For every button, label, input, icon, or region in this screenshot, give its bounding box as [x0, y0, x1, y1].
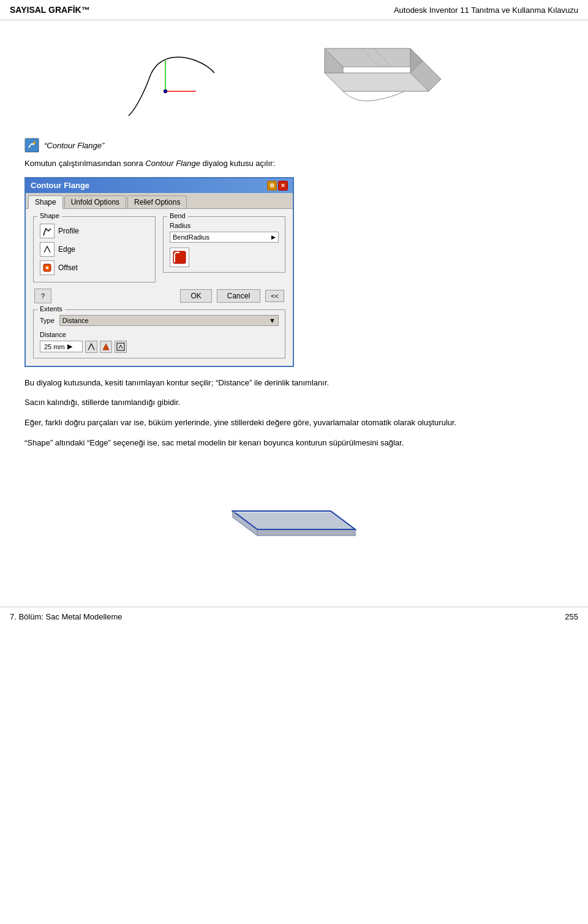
shape-bend-columns: Shape Profile [33, 216, 285, 289]
offset-icon-box [40, 260, 55, 275]
header-brand: SAYISAL GRAFİK™ [10, 5, 90, 15]
shape-section-label: Shape [37, 212, 62, 219]
body-text-3: Eğer, farklı doğru parçaları var ise, bü… [24, 417, 564, 430]
page-content: “Contour Flange” Komutun çalıştırılmasın… [0, 20, 588, 607]
svg-point-4 [164, 90, 167, 93]
distance-dropdown[interactable]: 25 mm ▶ [40, 341, 83, 352]
cancel-button[interactable]: Cancel [217, 289, 260, 303]
distance-icon-1[interactable] [85, 341, 97, 353]
tab-relief-options[interactable]: Relief Options [127, 195, 187, 208]
profile-label: Profile [58, 227, 79, 235]
distance-icon-3[interactable] [115, 341, 127, 353]
bend-section: Bend Radius BendRadius ▶ [163, 216, 285, 273]
offset-label: Offset [58, 263, 78, 272]
bend-icon-row [170, 248, 279, 267]
svg-point-13 [33, 142, 36, 144]
distance-label-text: Distance [40, 331, 279, 338]
svg-marker-19 [103, 344, 109, 350]
settings-button[interactable]: ⚙ [267, 181, 277, 191]
profile-icon-box [40, 224, 55, 238]
type-dropdown-arrow-icon: ▼ [269, 317, 276, 324]
help-button[interactable]: ? [34, 289, 51, 303]
distance-icon-2[interactable] [100, 341, 112, 353]
type-label: Type [40, 317, 55, 324]
titlebar-buttons: ⚙ ✕ [267, 181, 288, 191]
dialog-titlebar: Contour Flange ⚙ ✕ [26, 178, 293, 193]
dialog-body: Shape Profile [26, 209, 293, 366]
body-text-2: Sacın kalındığı, stillerde tanımlandığı … [24, 396, 564, 409]
svg-point-17 [46, 267, 48, 269]
radius-label: Radius [170, 222, 279, 229]
tab-shape[interactable]: Shape [28, 195, 63, 209]
profile-row: Profile [40, 222, 149, 240]
edge-icon-box [40, 242, 55, 257]
close-button[interactable]: ✕ [278, 181, 288, 191]
type-row: Type Distance ▼ [40, 315, 279, 326]
footer-right: 255 [565, 612, 578, 621]
command-icon [24, 138, 39, 153]
ok-button[interactable]: OK [180, 289, 211, 303]
page-footer: 7. Bölüm: Sac Metal Modelleme 255 [0, 607, 588, 626]
command-title-row: “Contour Flange” [24, 138, 564, 153]
sketch-image [116, 30, 251, 128]
svg-marker-22 [257, 529, 355, 536]
shape-section: Shape Profile [33, 216, 156, 282]
dialog-title: Contour Flange [31, 181, 89, 190]
contour-flange-dialog: Contour Flange ⚙ ✕ Shape Unfold Options … [24, 177, 294, 367]
edge-label: Edge [58, 245, 75, 254]
body-text-1: Bu diyalog kutusunda, kesiti tanımlayan … [24, 377, 564, 390]
extents-section: Extents Type Distance ▼ Distance 25 mm ▶ [33, 309, 285, 358]
page-header: SAYISAL GRAFİK™ Autodesk Inventor 11 Tan… [0, 0, 588, 20]
edge-row: Edge [40, 240, 149, 259]
tab-unfold-options[interactable]: Unfold Options [64, 195, 126, 208]
bend-section-label: Bend [167, 212, 188, 219]
bottom-image [24, 462, 564, 585]
footer-left: 7. Bölüm: Sac Metal Modelleme [10, 612, 123, 621]
type-dropdown[interactable]: Distance ▼ [59, 315, 279, 326]
expand-button[interactable]: << [265, 290, 284, 302]
shape-column: Shape Profile [33, 216, 156, 289]
distance-dropdown-arrow-icon: ▶ [67, 343, 72, 350]
dialog-tabs: Shape Unfold Options Relief Options [26, 193, 293, 209]
distance-row: 25 mm ▶ [40, 341, 279, 353]
bend-radius-dropdown[interactable]: BendRadius ▶ [170, 232, 279, 243]
bend-column: Bend Radius BendRadius ▶ [163, 216, 285, 289]
svg-rect-12 [26, 139, 38, 151]
dialog-container: Contour Flange ⚙ ✕ Shape Unfold Options … [24, 177, 564, 367]
bend-icon-box [170, 248, 189, 267]
body-text-4: “Shape” altındaki “Edge” seçeneği ise, s… [24, 437, 564, 450]
extents-section-label: Extents [37, 305, 65, 312]
intro-paragraph: Komutun çalıştırılmasından sonra Contour… [24, 157, 564, 170]
svg-rect-20 [117, 343, 124, 350]
header-title: Autodesk Inventor 11 Tanıtma ve Kullanma… [394, 6, 578, 15]
top-images-row [24, 30, 564, 128]
model-image [288, 30, 472, 128]
offset-row: Offset [40, 259, 149, 277]
dialog-buttons-row: ? OK Cancel << [33, 289, 285, 303]
command-title-text: “Contour Flange” [44, 141, 104, 150]
dropdown-arrow-icon: ▶ [271, 234, 276, 240]
